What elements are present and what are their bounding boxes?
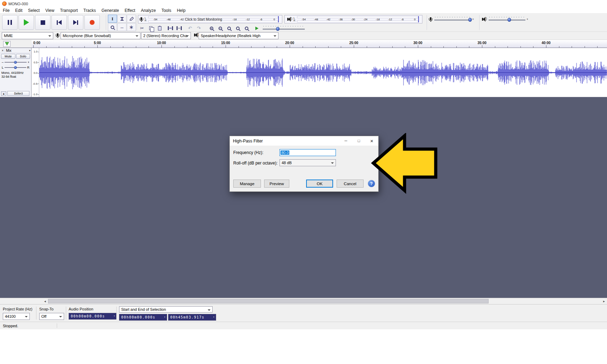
gain-slider[interactable]: – + [0,59,31,65]
pinned-play-head-button[interactable] [3,41,11,47]
play-speed-slider[interactable] [263,26,305,31]
cancel-button[interactable]: Cancel [337,180,364,188]
track-select-button[interactable]: Select [7,91,29,96]
menu-file[interactable]: File [0,8,12,13]
menu-edit[interactable]: Edit [12,8,25,13]
zoom-out-button[interactable]: − [216,24,224,32]
menu-generate[interactable]: Generate [99,8,122,13]
solo-button[interactable]: Solo [16,54,30,59]
menu-help[interactable]: Help [174,8,188,13]
play-speed-thumb[interactable] [276,27,280,31]
preview-button[interactable]: Preview [264,180,289,188]
silence-audio-button[interactable] [175,24,183,32]
playback-volume-slider[interactable]: + [481,17,528,22]
scroll-right-button[interactable]: ▸ [601,299,607,304]
recording-volume-thumb[interactable] [468,18,472,22]
playback-device-select[interactable]: Speaker/Headphone (Realtek High [199,32,278,39]
zoom-selection-button[interactable] [225,24,233,32]
caret-down-icon[interactable]: ▾ [113,315,116,317]
playback-volume-thumb[interactable] [508,18,511,22]
vertical-ruler[interactable]: 1.00.50.0-0.5-1.0 [32,48,39,97]
menu-effect[interactable]: Effect [122,8,138,13]
menu-view[interactable]: View [42,8,57,13]
horizontal-scrollbar[interactable]: ◂ ▸ [0,298,607,304]
gain-slider-track[interactable] [5,61,27,64]
scrollbar-thumb[interactable] [48,299,489,303]
menu-select[interactable]: Select [25,8,42,13]
pan-slider-thumb[interactable] [14,66,17,69]
timeline[interactable]: 0:005:0010:0015:0020:0025:0030:0035:0040… [0,40,607,48]
rolloff-select[interactable]: 48 dB [280,159,336,166]
recording-volume-track[interactable] [434,17,471,22]
skip-to-end-button[interactable] [68,15,83,30]
pan-slider-track[interactable] [5,66,26,69]
selection-tool-button[interactable]: I [108,15,117,23]
gain-slider-thumb[interactable] [14,61,17,64]
track-menu-caret-icon[interactable]: ▾ [29,49,30,52]
selection-end-field[interactable]: 00h45m03.917s▾ [168,314,216,321]
skip-to-start-button[interactable] [51,15,67,30]
play-button[interactable] [19,15,34,30]
undo-button[interactable]: ↶ [186,24,194,32]
frequency-input[interactable]: 80.0 [280,149,336,156]
monitor-text[interactable]: Click to Start Monitoring [185,18,222,21]
audio-host-select[interactable]: MME [2,32,53,39]
timeshift-tool-button[interactable]: ↔ [117,23,126,31]
audio-position-field[interactable]: 00h00m00.000s▾ [69,313,117,320]
envelope-tool-button[interactable] [117,15,126,23]
recording-device-select[interactable]: Microphone (Blue Snowball) [61,32,140,39]
redo-button[interactable]: ↷ [195,24,203,32]
selection-mode-select[interactable]: Start and End of Selection [119,306,213,313]
meter-scale-label: -6 [260,18,262,21]
mute-button[interactable]: Mute [1,54,15,59]
menu-transport[interactable]: Transport [57,8,81,13]
multi-tool-button[interactable]: ∗ [127,23,136,31]
record-button[interactable] [84,15,100,30]
scrollbar-track[interactable] [48,299,601,304]
recording-channels-select[interactable]: 2 (Stereo) Recording Cha [141,32,191,39]
pan-slider[interactable]: L R [0,65,31,70]
dialog-titlebar[interactable]: High-Pass Filter ─ □ × [230,136,378,146]
trim-audio-button[interactable] [166,24,174,32]
playback-meter[interactable]: LR -54-48-42-36-30-24-18-12-60 [284,15,422,23]
transport-toolbar [2,15,100,30]
playback-volume-track[interactable] [489,17,525,22]
snap-to-select[interactable]: Off [39,313,64,320]
zoom-fit-project-button[interactable] [234,24,242,32]
dialog-maximize-button[interactable]: □ [352,136,365,146]
recording-volume-slider[interactable]: + [429,17,474,22]
track-title[interactable]: Mix [6,49,28,52]
track-control-panel: × Mix ▾ Mute Solo – + L R Mono, 44100Hz … [0,48,32,97]
copy-button[interactable] [147,24,155,32]
skip-to-start-icon [57,20,62,25]
paste-button[interactable] [156,24,164,32]
zoom-in-button[interactable]: + [207,24,215,32]
caret-down-icon[interactable]: ▾ [164,316,166,318]
menu-tools[interactable]: Tools [159,8,174,13]
stop-button[interactable] [35,15,50,30]
menu-tracks[interactable]: Tracks [81,8,99,13]
play-at-speed-button[interactable] [253,24,261,32]
cut-button[interactable]: ✂ [138,24,146,32]
caret-down-icon[interactable]: ▾ [213,316,215,318]
waveform-area[interactable] [39,48,607,97]
timeline-tick [405,46,405,48]
microphone-icon [140,17,142,20]
track-format-line2: 32-bit float [1,75,30,79]
draw-tool-button[interactable] [127,15,136,23]
scroll-left-button[interactable]: ◂ [42,299,48,304]
selection-start-field[interactable]: 00h00m00.000s▾ [119,314,167,321]
pause-button[interactable] [2,15,18,30]
dialog-minimize-button[interactable]: ─ [339,136,352,146]
project-rate-select[interactable]: 44100 [3,313,30,320]
track-close-button[interactable]: × [1,49,5,52]
zoom-toggle-button[interactable] [242,24,250,32]
timeline-ruler[interactable]: 0:005:0010:0015:0020:0025:0030:0035:0040… [32,40,607,48]
menu-analyze[interactable]: Analyze [138,8,159,13]
ok-button[interactable]: OK [306,180,333,188]
collapse-track-button[interactable]: ▲ [1,91,6,96]
recording-meter[interactable]: LR Click to Start Monitoring -54-48-42-1… [138,15,282,23]
zoom-tool-button[interactable] [108,23,117,31]
manage-button[interactable]: Manage [233,180,261,188]
menubar: FileEditSelectViewTransportTracksGenerat… [0,7,607,14]
